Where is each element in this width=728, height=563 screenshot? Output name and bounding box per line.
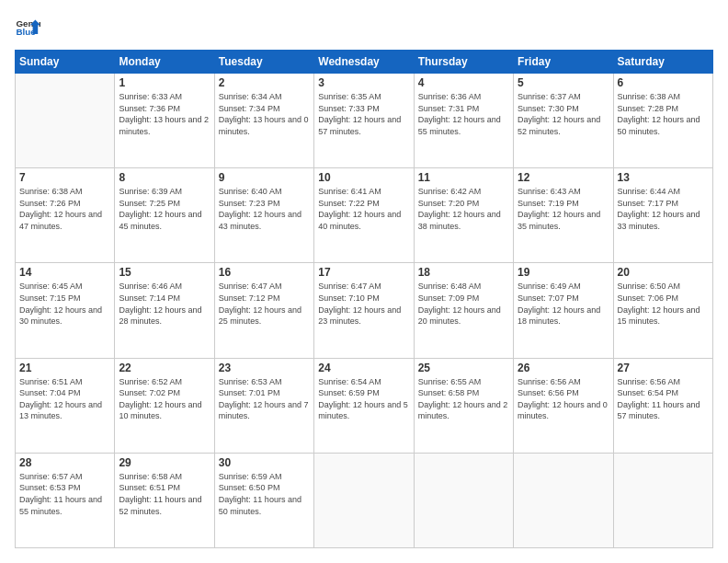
calendar-cell: 2Sunrise: 6:34 AMSunset: 7:34 PMDaylight…	[214, 74, 313, 168]
day-number: 28	[19, 456, 110, 469]
calendar-cell: 8Sunrise: 6:39 AMSunset: 7:25 PMDaylight…	[115, 168, 214, 263]
weekday-header-saturday: Saturday	[613, 51, 712, 74]
day-info: Sunrise: 6:45 AMSunset: 7:15 PMDaylight:…	[19, 281, 110, 327]
calendar-cell: 21Sunrise: 6:51 AMSunset: 7:04 PMDayligh…	[16, 358, 115, 453]
calendar-cell	[16, 74, 115, 168]
calendar-cell: 28Sunrise: 6:57 AMSunset: 6:53 PMDayligh…	[16, 453, 115, 547]
day-number: 29	[119, 456, 210, 469]
weekday-header-monday: Monday	[115, 51, 214, 74]
calendar-cell: 7Sunrise: 6:38 AMSunset: 7:26 PMDaylight…	[16, 168, 115, 263]
day-info: Sunrise: 6:53 AMSunset: 7:01 PMDaylight:…	[219, 376, 310, 422]
calendar-cell	[613, 453, 712, 547]
logo-icon: General Blue	[15, 15, 40, 40]
day-number: 5	[518, 76, 609, 89]
calendar-cell	[514, 453, 613, 547]
day-info: Sunrise: 6:47 AMSunset: 7:10 PMDaylight:…	[318, 281, 409, 327]
day-info: Sunrise: 6:59 AMSunset: 6:50 PMDaylight:…	[219, 471, 310, 517]
header: General Blue	[15, 15, 713, 40]
day-number: 4	[418, 76, 509, 89]
day-number: 16	[219, 266, 310, 279]
day-info: Sunrise: 6:54 AMSunset: 6:59 PMDaylight:…	[318, 376, 409, 422]
calendar-cell: 3Sunrise: 6:35 AMSunset: 7:33 PMDaylight…	[314, 74, 414, 168]
calendar-cell: 5Sunrise: 6:37 AMSunset: 7:30 PMDaylight…	[514, 74, 613, 168]
calendar-cell: 20Sunrise: 6:50 AMSunset: 7:06 PMDayligh…	[613, 263, 712, 358]
calendar-cell: 14Sunrise: 6:45 AMSunset: 7:15 PMDayligh…	[16, 263, 115, 358]
calendar-cell: 26Sunrise: 6:56 AMSunset: 6:56 PMDayligh…	[514, 358, 613, 453]
weekday-header-thursday: Thursday	[414, 51, 513, 74]
calendar-cell: 29Sunrise: 6:58 AMSunset: 6:51 PMDayligh…	[115, 453, 214, 547]
day-number: 11	[418, 171, 509, 184]
calendar-cell: 9Sunrise: 6:40 AMSunset: 7:23 PMDaylight…	[214, 168, 313, 263]
week-row-0: 1Sunrise: 6:33 AMSunset: 7:36 PMDaylight…	[16, 74, 713, 168]
day-info: Sunrise: 6:52 AMSunset: 7:02 PMDaylight:…	[119, 376, 210, 422]
logo: General Blue	[15, 15, 40, 40]
day-number: 6	[618, 76, 709, 89]
day-number: 8	[119, 171, 210, 184]
day-info: Sunrise: 6:55 AMSunset: 6:58 PMDaylight:…	[418, 376, 509, 422]
calendar-cell: 12Sunrise: 6:43 AMSunset: 7:19 PMDayligh…	[514, 168, 613, 263]
calendar-cell: 17Sunrise: 6:47 AMSunset: 7:10 PMDayligh…	[314, 263, 414, 358]
calendar-cell: 4Sunrise: 6:36 AMSunset: 7:31 PMDaylight…	[414, 74, 513, 168]
day-info: Sunrise: 6:56 AMSunset: 6:56 PMDaylight:…	[518, 376, 609, 422]
calendar-cell: 11Sunrise: 6:42 AMSunset: 7:20 PMDayligh…	[414, 168, 513, 263]
calendar-cell: 6Sunrise: 6:38 AMSunset: 7:28 PMDaylight…	[613, 74, 712, 168]
calendar-cell: 25Sunrise: 6:55 AMSunset: 6:58 PMDayligh…	[414, 358, 513, 453]
day-number: 12	[518, 171, 609, 184]
week-row-2: 14Sunrise: 6:45 AMSunset: 7:15 PMDayligh…	[16, 263, 713, 358]
day-number: 15	[119, 266, 210, 279]
calendar-cell: 18Sunrise: 6:48 AMSunset: 7:09 PMDayligh…	[414, 263, 513, 358]
day-number: 9	[219, 171, 310, 184]
day-info: Sunrise: 6:38 AMSunset: 7:26 PMDaylight:…	[19, 186, 110, 232]
week-row-3: 21Sunrise: 6:51 AMSunset: 7:04 PMDayligh…	[16, 358, 713, 453]
day-number: 24	[318, 362, 409, 374]
day-info: Sunrise: 6:49 AMSunset: 7:07 PMDaylight:…	[518, 281, 609, 327]
day-info: Sunrise: 6:39 AMSunset: 7:25 PMDaylight:…	[119, 186, 210, 232]
day-info: Sunrise: 6:34 AMSunset: 7:34 PMDaylight:…	[219, 91, 310, 137]
day-info: Sunrise: 6:38 AMSunset: 7:28 PMDaylight:…	[618, 91, 709, 137]
calendar-cell: 1Sunrise: 6:33 AMSunset: 7:36 PMDaylight…	[115, 74, 214, 168]
day-info: Sunrise: 6:44 AMSunset: 7:17 PMDaylight:…	[618, 186, 709, 232]
day-info: Sunrise: 6:33 AMSunset: 7:36 PMDaylight:…	[119, 91, 210, 137]
day-number: 30	[219, 456, 310, 469]
day-number: 19	[518, 266, 609, 279]
day-number: 23	[219, 362, 310, 374]
day-info: Sunrise: 6:41 AMSunset: 7:22 PMDaylight:…	[318, 186, 409, 232]
day-info: Sunrise: 6:58 AMSunset: 6:51 PMDaylight:…	[119, 471, 210, 517]
day-number: 2	[219, 76, 310, 89]
calendar-cell	[414, 453, 513, 547]
day-number: 21	[19, 362, 110, 374]
calendar-cell: 15Sunrise: 6:46 AMSunset: 7:14 PMDayligh…	[115, 263, 214, 358]
calendar-cell: 19Sunrise: 6:49 AMSunset: 7:07 PMDayligh…	[514, 263, 613, 358]
day-info: Sunrise: 6:51 AMSunset: 7:04 PMDaylight:…	[19, 376, 110, 422]
day-number: 18	[418, 266, 509, 279]
calendar-table: SundayMondayTuesdayWednesdayThursdayFrid…	[15, 50, 713, 548]
day-number: 20	[618, 266, 709, 279]
calendar-cell: 13Sunrise: 6:44 AMSunset: 7:17 PMDayligh…	[613, 168, 712, 263]
calendar-cell: 27Sunrise: 6:56 AMSunset: 6:54 PMDayligh…	[613, 358, 712, 453]
day-info: Sunrise: 6:43 AMSunset: 7:19 PMDaylight:…	[518, 186, 609, 232]
day-number: 17	[318, 266, 409, 279]
calendar-cell	[314, 453, 414, 547]
day-info: Sunrise: 6:57 AMSunset: 6:53 PMDaylight:…	[19, 471, 110, 517]
day-number: 3	[318, 76, 409, 89]
weekday-header-wednesday: Wednesday	[314, 51, 414, 74]
week-row-4: 28Sunrise: 6:57 AMSunset: 6:53 PMDayligh…	[16, 453, 713, 547]
calendar-cell: 24Sunrise: 6:54 AMSunset: 6:59 PMDayligh…	[314, 358, 414, 453]
day-info: Sunrise: 6:56 AMSunset: 6:54 PMDaylight:…	[618, 376, 709, 422]
day-info: Sunrise: 6:47 AMSunset: 7:12 PMDaylight:…	[219, 281, 310, 327]
day-number: 14	[19, 266, 110, 279]
calendar-cell: 16Sunrise: 6:47 AMSunset: 7:12 PMDayligh…	[214, 263, 313, 358]
weekday-header-tuesday: Tuesday	[214, 51, 313, 74]
weekday-header-row: SundayMondayTuesdayWednesdayThursdayFrid…	[16, 51, 713, 74]
day-number: 10	[318, 171, 409, 184]
weekday-header-friday: Friday	[514, 51, 613, 74]
calendar-cell: 10Sunrise: 6:41 AMSunset: 7:22 PMDayligh…	[314, 168, 414, 263]
week-row-1: 7Sunrise: 6:38 AMSunset: 7:26 PMDaylight…	[16, 168, 713, 263]
day-info: Sunrise: 6:40 AMSunset: 7:23 PMDaylight:…	[219, 186, 310, 232]
calendar-cell: 30Sunrise: 6:59 AMSunset: 6:50 PMDayligh…	[214, 453, 313, 547]
day-number: 7	[19, 171, 110, 184]
calendar-cell: 23Sunrise: 6:53 AMSunset: 7:01 PMDayligh…	[214, 358, 313, 453]
day-info: Sunrise: 6:50 AMSunset: 7:06 PMDaylight:…	[618, 281, 709, 327]
day-number: 13	[618, 171, 709, 184]
day-info: Sunrise: 6:36 AMSunset: 7:31 PMDaylight:…	[418, 91, 509, 137]
